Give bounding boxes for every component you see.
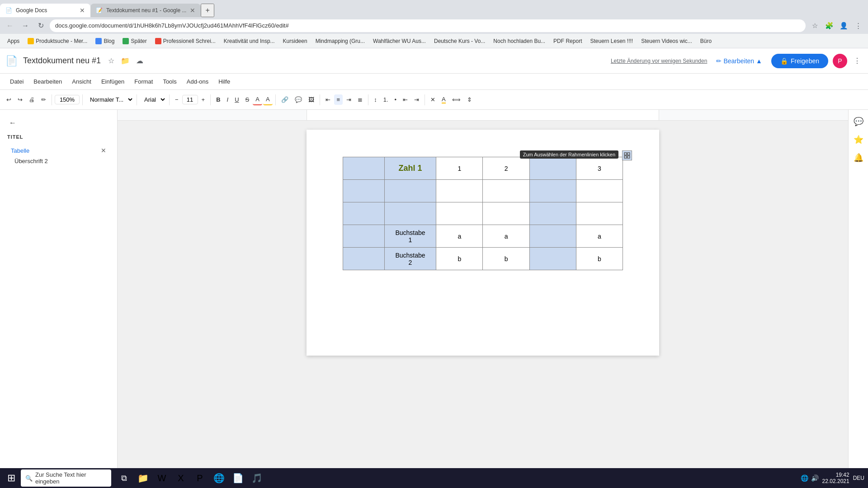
right-panel-notification-button[interactable]: 🔔 bbox=[850, 150, 867, 166]
forward-button[interactable]: → bbox=[19, 19, 32, 32]
last-saved[interactable]: Letzte Änderung vor wenigen Sekunden bbox=[611, 58, 708, 64]
bookmark-steuern-videos[interactable]: Steuern Videos wic... bbox=[637, 37, 696, 46]
text-bg-button[interactable]: A bbox=[439, 94, 448, 105]
print-button[interactable]: 🖨 bbox=[26, 94, 38, 105]
bookmark-buero[interactable]: Büro bbox=[697, 37, 715, 46]
bookmark-wahlfaecher[interactable]: Wahlfächer WU Aus... bbox=[369, 37, 429, 46]
text-color-button[interactable]: A bbox=[253, 94, 262, 105]
bookmark-hochladen[interactable]: Noch hochladen Bu... bbox=[490, 37, 549, 46]
table-cell[interactable] bbox=[529, 180, 576, 202]
highlight-button[interactable]: A bbox=[263, 94, 273, 105]
increase-indent-button[interactable]: ⇥ bbox=[411, 94, 422, 105]
table-cell[interactable] bbox=[384, 180, 436, 202]
menu-hilfe[interactable]: Hilfe bbox=[214, 76, 235, 87]
menu-ansicht[interactable]: Ansicht bbox=[67, 76, 96, 87]
taskbar-app-ppt[interactable]: P bbox=[191, 469, 209, 487]
align-center-button[interactable]: ≡ bbox=[334, 94, 343, 105]
table-cell[interactable] bbox=[483, 180, 529, 202]
sidebar-item-close[interactable]: ✕ bbox=[101, 147, 106, 154]
image-button[interactable]: 🖼 bbox=[306, 94, 317, 105]
table-cell[interactable] bbox=[343, 202, 385, 225]
row-spacing-button[interactable]: ⇕ bbox=[464, 94, 475, 105]
font-size-input[interactable] bbox=[182, 95, 198, 104]
settings-button[interactable]: ⋮ bbox=[852, 19, 864, 32]
table-cell-buchstabe1[interactable]: Buchstabe1 bbox=[384, 225, 436, 248]
redo-button[interactable]: ↪ bbox=[15, 94, 25, 105]
table-cell[interactable] bbox=[529, 202, 576, 225]
table-cell[interactable]: a bbox=[483, 225, 529, 248]
table-cell[interactable] bbox=[436, 202, 483, 225]
line-spacing-button[interactable]: ↕ bbox=[371, 94, 380, 105]
right-panel-comment-button[interactable]: 💬 bbox=[850, 113, 867, 130]
address-bar[interactable] bbox=[50, 19, 806, 32]
strikethrough-button[interactable]: S bbox=[243, 94, 252, 105]
table-cell-3[interactable]: 3 bbox=[576, 157, 623, 180]
numbered-list-button[interactable]: 1. bbox=[381, 94, 391, 105]
folder-button[interactable]: 📁 bbox=[119, 55, 132, 67]
table-cell[interactable] bbox=[529, 248, 576, 270]
tab-close[interactable]: ✕ bbox=[80, 7, 85, 14]
right-panel-star-button[interactable]: ⭐ bbox=[850, 131, 867, 148]
table-cell[interactable]: 1 bbox=[436, 157, 483, 180]
tab-close-2[interactable]: ✕ bbox=[190, 7, 195, 14]
table-cell[interactable] bbox=[576, 180, 623, 202]
font-increase-button[interactable]: + bbox=[199, 94, 208, 105]
taskbar-app-google-docs[interactable]: 📄 bbox=[229, 469, 247, 487]
taskbar-app-word[interactable]: W bbox=[153, 469, 171, 487]
link-button[interactable]: 🔗 bbox=[278, 94, 291, 105]
bookmark-kreativitaet[interactable]: Kreativität und Insp... bbox=[220, 37, 278, 46]
start-button[interactable]: ⊞ bbox=[4, 470, 19, 486]
table-cell[interactable] bbox=[576, 202, 623, 225]
star-button[interactable]: ☆ bbox=[106, 55, 116, 67]
bookmark-mindmapping[interactable]: Mindmapping (Gru... bbox=[312, 37, 368, 46]
table-cell[interactable] bbox=[343, 180, 385, 202]
table-cell[interactable] bbox=[343, 225, 385, 248]
comment-button[interactable]: 💬 bbox=[292, 94, 305, 105]
avatar[interactable]: P bbox=[833, 54, 847, 68]
share-button[interactable]: 🔒 Freigeben bbox=[771, 54, 828, 68]
table-cell[interactable] bbox=[436, 180, 483, 202]
table-cell-buchstabe2[interactable]: Buchstabe2 bbox=[384, 248, 436, 270]
bookmark-blog[interactable]: Blog bbox=[92, 37, 118, 46]
taskbar-app-browser[interactable]: 🌐 bbox=[210, 469, 228, 487]
table-cell[interactable] bbox=[483, 202, 529, 225]
align-left-button[interactable]: ⇤ bbox=[323, 94, 333, 105]
sidebar-item-ueberschrift[interactable]: Überschrift 2 bbox=[7, 156, 110, 166]
bookmark-steuern-lesen[interactable]: Steuern Lesen !!!! bbox=[586, 37, 637, 46]
bookmark-apps[interactable]: Apps bbox=[4, 37, 23, 46]
tab-textdokument[interactable]: 📝 Textdokument neu #1 - Google ... ✕ bbox=[90, 4, 201, 17]
table-cell[interactable]: b bbox=[436, 248, 483, 270]
extension-button[interactable]: 🧩 bbox=[823, 19, 835, 32]
taskbar-app-task-view[interactable]: ⧉ bbox=[115, 469, 133, 487]
table-cell[interactable] bbox=[343, 157, 385, 180]
back-button[interactable]: ← bbox=[4, 19, 16, 32]
edit-mode-button[interactable]: ✏ Bearbeiten ▲ bbox=[712, 55, 767, 67]
align-right-button[interactable]: ⇥ bbox=[344, 94, 354, 105]
table-cell[interactable]: b bbox=[483, 248, 529, 270]
clear-format-button[interactable]: ✕ bbox=[428, 94, 438, 105]
menu-einfuegen[interactable]: Einfügen bbox=[97, 76, 129, 87]
table-cell[interactable]: 2 bbox=[483, 157, 529, 180]
decrease-indent-button[interactable]: ⇤ bbox=[400, 94, 410, 105]
zoom-input[interactable] bbox=[55, 95, 80, 104]
col-spacing-button[interactable]: ⟺ bbox=[449, 94, 463, 105]
sidebar-item-tabelle[interactable]: Tabelle ✕ bbox=[7, 145, 110, 156]
taskbar-search[interactable]: 🔍 Zur Suche Text hier eingeben bbox=[21, 469, 111, 487]
taskbar-app-excel[interactable]: X bbox=[172, 469, 190, 487]
bookmark-spaeter[interactable]: Später bbox=[119, 37, 150, 46]
bookmark-produktsuche[interactable]: Produktsuche - Mer... bbox=[24, 37, 91, 46]
align-justify-button[interactable]: ≣ bbox=[355, 94, 365, 105]
style-select[interactable]: Normaler T... bbox=[85, 94, 134, 105]
sidebar-back-button[interactable]: ← bbox=[7, 117, 18, 129]
underline-button[interactable]: U bbox=[232, 94, 241, 105]
new-tab-button[interactable]: + bbox=[201, 4, 214, 17]
table-cell[interactable] bbox=[343, 248, 385, 270]
table-cell-zahl1[interactable]: Zahl 1 bbox=[384, 157, 436, 180]
bold-button[interactable]: B bbox=[213, 94, 223, 105]
taskbar-app-explorer[interactable]: 📁 bbox=[134, 469, 152, 487]
table-cell[interactable]: a bbox=[436, 225, 483, 248]
cloud-button[interactable]: ☁ bbox=[134, 55, 145, 67]
menu-tools[interactable]: Tools bbox=[158, 76, 181, 87]
bookmark-professionell[interactable]: Professionell Schrei... bbox=[151, 37, 219, 46]
bookmark-pdfreport[interactable]: PDF Report bbox=[550, 37, 585, 46]
